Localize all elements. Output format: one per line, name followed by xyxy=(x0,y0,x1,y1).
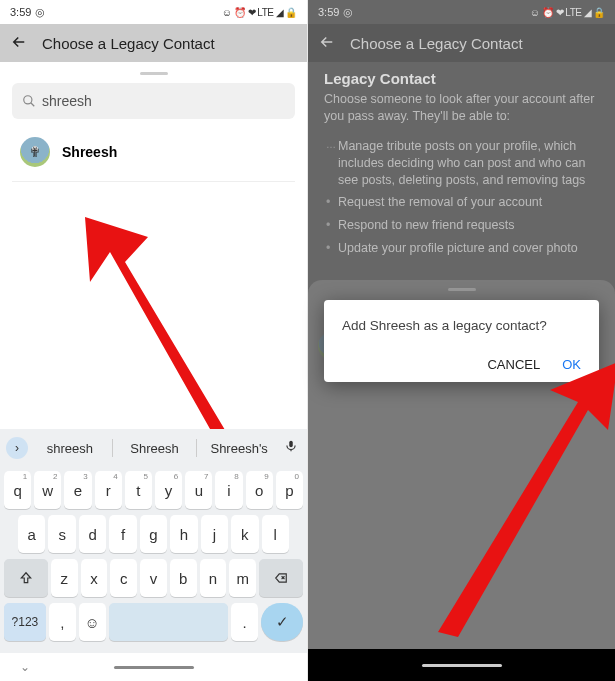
header-title: Choose a Legacy Contact xyxy=(350,35,523,52)
svg-rect-1 xyxy=(289,441,293,447)
key-k[interactable]: k xyxy=(231,515,258,553)
key-o[interactable]: o9 xyxy=(246,471,273,509)
key-q[interactable]: q1 xyxy=(4,471,31,509)
status-bar: 3:59 ◎ ☺ ⏰ ❤ LTE ◢ 🔒 xyxy=(308,0,615,24)
key-h[interactable]: h xyxy=(170,515,197,553)
bullet-item: Manage tribute posts on your profile, wh… xyxy=(324,135,599,192)
key-x[interactable]: x xyxy=(81,559,108,597)
back-icon[interactable] xyxy=(10,33,28,54)
suggestion[interactable]: Shreesh xyxy=(119,441,191,456)
bullet-item: Respond to new friend requests xyxy=(324,214,599,237)
comma-key[interactable]: , xyxy=(49,603,76,641)
right-screenshot: 3:59 ◎ ☺ ⏰ ❤ LTE ◢ 🔒 Choose a Legacy Con… xyxy=(308,0,615,681)
status-time: 3:59 xyxy=(10,6,31,18)
backspace-key[interactable] xyxy=(259,559,303,597)
space-key[interactable] xyxy=(109,603,229,641)
search-value: shreesh xyxy=(42,93,92,109)
search-input[interactable]: shreesh xyxy=(12,83,295,119)
status-time: 3:59 xyxy=(318,6,339,18)
mic-icon[interactable] xyxy=(281,439,301,457)
status-icons: ☺ ⏰ ❤ LTE ◢ 🔒 xyxy=(222,7,297,18)
keyboard: › shreesh Shreesh Shreesh's q1w2e3r4t5y6… xyxy=(0,429,307,681)
symbols-key[interactable]: ?123 xyxy=(4,603,46,641)
key-n[interactable]: n xyxy=(200,559,227,597)
result-name: Shreesh xyxy=(62,144,117,160)
key-j[interactable]: j xyxy=(201,515,228,553)
header-title: Choose a Legacy Contact xyxy=(42,35,215,52)
bullet-item: Update your profile picture and cover ph… xyxy=(324,237,599,260)
nav-bar xyxy=(308,649,615,681)
camera-icon: ◎ xyxy=(343,6,353,19)
suggestion[interactable]: Shreesh's xyxy=(203,441,275,456)
suggestion-bar: › shreesh Shreesh Shreesh's xyxy=(0,429,307,467)
key-v[interactable]: v xyxy=(140,559,167,597)
shift-key[interactable] xyxy=(4,559,48,597)
key-i[interactable]: i8 xyxy=(215,471,242,509)
key-s[interactable]: s xyxy=(48,515,75,553)
enter-key[interactable]: ✓ xyxy=(261,603,303,641)
nav-pill[interactable] xyxy=(422,664,502,667)
sheet-handle[interactable] xyxy=(140,72,168,75)
dialog-message: Add Shreesh as a legacy contact? xyxy=(342,318,581,333)
key-b[interactable]: b xyxy=(170,559,197,597)
back-icon xyxy=(318,33,336,54)
key-m[interactable]: m xyxy=(229,559,256,597)
page-header: Choose a Legacy Contact xyxy=(308,24,615,62)
legacy-info: Legacy Contact Choose someone to look af… xyxy=(308,62,615,268)
key-z[interactable]: z xyxy=(51,559,78,597)
bullet-item: Request the removal of your account xyxy=(324,191,599,214)
avatar: ✟ xyxy=(20,137,50,167)
key-u[interactable]: u7 xyxy=(185,471,212,509)
camera-icon: ◎ xyxy=(35,6,45,19)
section-title: Legacy Contact xyxy=(324,70,599,87)
key-f[interactable]: f xyxy=(109,515,136,553)
expand-icon[interactable]: › xyxy=(6,437,28,459)
suggestion[interactable]: shreesh xyxy=(34,441,106,456)
cancel-button[interactable]: CANCEL xyxy=(487,357,540,372)
confirm-dialog: Add Shreesh as a legacy contact? CANCEL … xyxy=(324,300,599,382)
key-r[interactable]: r4 xyxy=(95,471,122,509)
emoji-key[interactable]: ☺ xyxy=(79,603,106,641)
key-d[interactable]: d xyxy=(79,515,106,553)
key-e[interactable]: e3 xyxy=(64,471,91,509)
key-l[interactable]: l xyxy=(262,515,289,553)
status-icons: ☺ ⏰ ❤ LTE ◢ 🔒 xyxy=(530,7,605,18)
left-screenshot: 3:59 ◎ ☺ ⏰ ❤ LTE ◢ 🔒 Choose a Legacy Con… xyxy=(0,0,307,681)
nav-collapse-icon[interactable]: ⌄ xyxy=(20,660,30,674)
key-g[interactable]: g xyxy=(140,515,167,553)
key-y[interactable]: y6 xyxy=(155,471,182,509)
nav-bar: ⌄ xyxy=(0,653,307,681)
key-t[interactable]: t5 xyxy=(125,471,152,509)
ok-button[interactable]: OK xyxy=(562,357,581,372)
page-header: Choose a Legacy Contact xyxy=(0,24,307,62)
nav-pill[interactable] xyxy=(114,666,194,669)
search-result[interactable]: ✟ Shreesh xyxy=(12,123,295,182)
status-bar: 3:59 ◎ ☺ ⏰ ❤ LTE ◢ 🔒 xyxy=(0,0,307,24)
sheet-handle xyxy=(448,288,476,291)
key-a[interactable]: a xyxy=(18,515,45,553)
key-c[interactable]: c xyxy=(110,559,137,597)
section-intro: Choose someone to look after your accoun… xyxy=(324,91,599,125)
period-key[interactable]: . xyxy=(231,603,258,641)
key-p[interactable]: p0 xyxy=(276,471,303,509)
key-w[interactable]: w2 xyxy=(34,471,61,509)
search-icon xyxy=(22,94,36,108)
svg-point-0 xyxy=(24,96,32,104)
